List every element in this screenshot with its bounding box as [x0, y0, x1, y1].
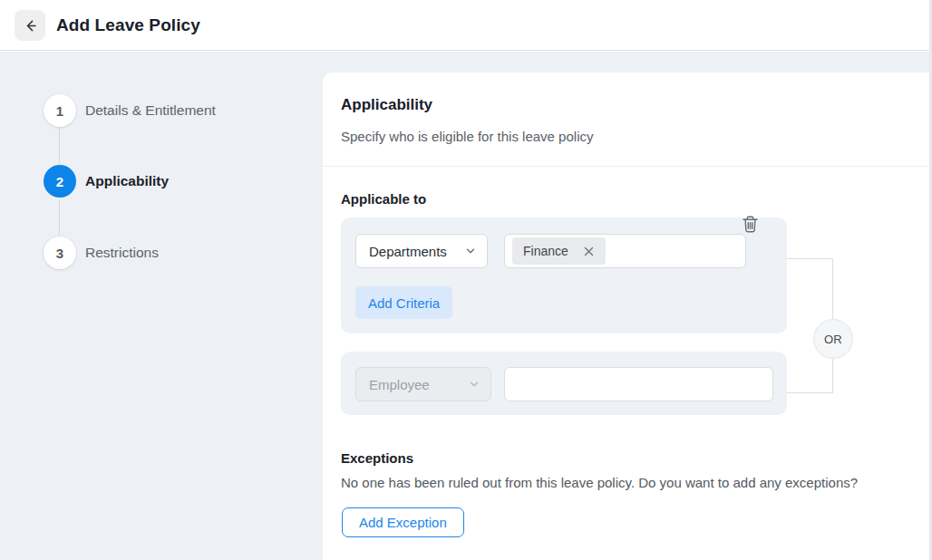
value-chip: Finance — [512, 237, 606, 265]
applicable-to-label: Applicable to — [341, 191, 426, 207]
trash-icon — [742, 215, 759, 234]
page-title: Add Leave Policy — [56, 0, 200, 51]
select-value: Employee — [369, 377, 430, 392]
section-subtitle: Specify who is eligible for this leave p… — [341, 129, 593, 144]
stepper-connector-line — [59, 128, 60, 164]
criteria-values-input[interactable]: Finance — [504, 234, 746, 268]
chevron-down-icon — [469, 379, 480, 390]
step-number: 2 — [56, 174, 63, 189]
chip-label: Finance — [523, 244, 568, 258]
step-number: 3 — [56, 246, 63, 261]
step-3-circle[interactable]: 3 — [44, 237, 76, 269]
criteria-card-2: Employee — [341, 352, 787, 415]
criteria-field-select-disabled[interactable]: Employee — [355, 367, 491, 401]
step-2-circle[interactable]: 2 — [44, 165, 76, 198]
back-arrow-icon — [23, 18, 38, 34]
divider — [323, 166, 932, 167]
add-criteria-button[interactable]: Add Criteria — [355, 286, 452, 319]
remove-x-icon[interactable] — [583, 246, 595, 257]
or-connector-badge: OR — [813, 319, 853, 359]
applicability-panel: Applicability Specify who is eligible fo… — [323, 72, 932, 560]
select-value: Departments — [369, 244, 447, 259]
page-body: 1 Details & Entitlement 2 Applicability … — [0, 52, 932, 560]
page-header: Add Leave Policy — [0, 0, 932, 51]
add-exception-button[interactable]: Add Exception — [342, 507, 464, 537]
step-3-label[interactable]: Restrictions — [85, 237, 159, 269]
step-1-circle[interactable]: 1 — [44, 94, 76, 127]
criteria-field-select[interactable]: Departments — [355, 234, 488, 268]
criteria-values-input-empty[interactable] — [504, 367, 773, 401]
stepper-connector-line — [59, 199, 60, 236]
step-1-label[interactable]: Details & Entitlement — [85, 94, 216, 127]
chevron-down-icon — [465, 246, 476, 256]
step-number: 1 — [56, 103, 63, 119]
criteria-card-1: Departments Finance Add Criteria — [341, 217, 787, 333]
or-connector-line — [787, 258, 833, 259]
exceptions-label: Exceptions — [341, 450, 413, 466]
delete-criteria-button[interactable] — [739, 212, 761, 236]
add-leave-policy-screen: Add Leave Policy 1 Details & Entitlement… — [0, 0, 932, 560]
exceptions-message: No one has been ruled out from this leav… — [341, 475, 921, 490]
or-connector-line — [787, 392, 833, 393]
section-title: Applicability — [341, 96, 432, 114]
step-2-label[interactable]: Applicability — [85, 165, 169, 198]
back-button[interactable] — [15, 10, 45, 41]
